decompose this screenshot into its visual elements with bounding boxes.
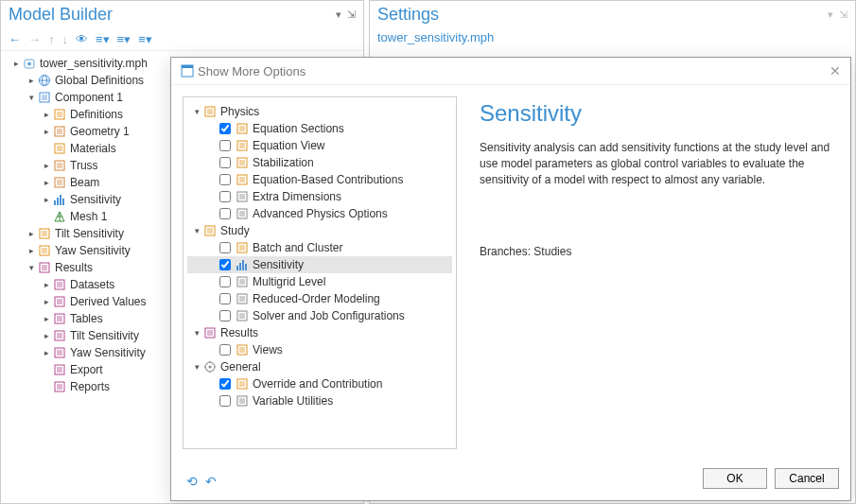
- option-item[interactable]: Solver and Job Configurations: [187, 307, 452, 324]
- twisty-icon[interactable]: ▾: [26, 93, 37, 102]
- pin-icon[interactable]: ⇲: [347, 9, 356, 21]
- options-detail: Sensitivity Sensitivity analysis can add…: [472, 96, 839, 449]
- twisty-icon[interactable]: ▸: [41, 314, 52, 323]
- settings-title-bar: Settings ▾ ⇲: [370, 1, 855, 28]
- back-icon[interactable]: ←: [9, 32, 21, 46]
- down-icon[interactable]: ↓: [62, 32, 69, 46]
- pin-icon[interactable]: ⇲: [839, 9, 847, 21]
- svg-rect-78: [239, 381, 245, 387]
- sens-icon: [52, 192, 67, 207]
- eqsec-icon: [235, 121, 250, 136]
- undo-icon[interactable]: ↶: [205, 474, 217, 489]
- option-item[interactable]: Equation-Based Contributions: [187, 171, 452, 188]
- twisty-icon[interactable]: ▸: [26, 76, 37, 85]
- option-item[interactable]: Batch and Cluster: [187, 239, 452, 256]
- twisty-icon[interactable]: ▾: [191, 328, 202, 338]
- panel-controls: ▾ ⇲: [828, 9, 847, 21]
- option-checkbox[interactable]: [219, 208, 231, 219]
- list-icon[interactable]: ≡▾: [138, 32, 152, 46]
- option-item[interactable]: Override and Contribution: [187, 375, 452, 392]
- option-item[interactable]: Reduced-Order Modeling: [187, 290, 452, 307]
- root-icon: [22, 56, 37, 71]
- svg-rect-22: [42, 231, 47, 236]
- twisty-icon[interactable]: ▾: [26, 263, 37, 272]
- option-group[interactable]: ▾General: [187, 358, 452, 375]
- twisty-icon[interactable]: ▸: [41, 331, 52, 340]
- option-checkbox[interactable]: [219, 293, 231, 304]
- option-item[interactable]: Advanced Physics Options: [187, 205, 452, 222]
- cancel-button[interactable]: Cancel: [775, 468, 839, 489]
- svg-rect-48: [239, 143, 245, 148]
- option-checkbox[interactable]: [219, 259, 231, 270]
- detail-branches: Branches: Studies: [480, 244, 831, 260]
- option-checkbox[interactable]: [219, 242, 231, 253]
- stab-icon: [235, 155, 250, 170]
- option-checkbox[interactable]: [219, 123, 231, 134]
- dropdown-icon[interactable]: ▾: [336, 9, 341, 21]
- tree-item-label: Tilt Sensitivity: [55, 227, 124, 240]
- twisty-icon[interactable]: ▸: [41, 127, 52, 136]
- svg-rect-52: [239, 177, 245, 182]
- option-item[interactable]: Sensitivity: [187, 256, 452, 273]
- reset-icon[interactable]: ⟲: [186, 474, 198, 489]
- option-item[interactable]: Equation Sections: [187, 120, 452, 137]
- option-checkbox[interactable]: [219, 140, 231, 151]
- twisty-icon[interactable]: ▾: [191, 362, 202, 372]
- twisty-icon[interactable]: ▾: [191, 226, 202, 235]
- twisty-icon[interactable]: ▸: [26, 246, 37, 255]
- detail-title: Sensitivity: [480, 100, 831, 127]
- option-checkbox[interactable]: [219, 191, 231, 202]
- option-item[interactable]: Equation View: [187, 137, 452, 154]
- reports-icon: [52, 379, 67, 394]
- option-label: Views: [253, 343, 283, 356]
- expand-icon[interactable]: ≡▾: [117, 32, 131, 46]
- show-icon[interactable]: 👁: [76, 32, 88, 46]
- settings-subtitle: tower_sensitivity.mph: [370, 28, 855, 46]
- forward-icon[interactable]: →: [28, 32, 41, 46]
- twisty-icon[interactable]: ▸: [10, 59, 22, 68]
- tree-item-label: Global Definitions: [55, 74, 144, 87]
- twisty-icon[interactable]: ▾: [191, 107, 202, 116]
- twisty-icon[interactable]: ▸: [41, 178, 52, 187]
- option-item[interactable]: Variable Utilities: [187, 392, 452, 409]
- option-item[interactable]: Views: [187, 341, 452, 358]
- option-checkbox[interactable]: [219, 378, 231, 390]
- svg-rect-16: [57, 180, 62, 185]
- collapse-icon[interactable]: ≡▾: [96, 32, 110, 46]
- option-checkbox[interactable]: [219, 310, 231, 322]
- option-checkbox[interactable]: [219, 276, 231, 287]
- svg-rect-63: [242, 260, 244, 270]
- twisty-icon[interactable]: ▸: [41, 161, 52, 170]
- twisty-icon[interactable]: ▸: [41, 348, 52, 357]
- twisty-icon[interactable]: ▸: [41, 297, 52, 306]
- up-icon[interactable]: ↑: [48, 32, 55, 46]
- tree-item-label: Export: [70, 363, 103, 376]
- option-group[interactable]: ▾Results: [187, 324, 452, 341]
- ok-button[interactable]: OK: [703, 468, 767, 489]
- option-item[interactable]: Multigrid Level: [187, 273, 452, 290]
- tree-item-label: Geometry 1: [70, 125, 130, 138]
- option-group[interactable]: ▾Study: [187, 222, 452, 239]
- option-item[interactable]: Stabilization: [187, 154, 452, 171]
- tree-item-label: Datasets: [70, 278, 114, 291]
- close-icon[interactable]: ✕: [830, 63, 841, 78]
- options-tree[interactable]: ▾PhysicsEquation SectionsEquation ViewSt…: [183, 96, 457, 449]
- option-group[interactable]: ▾Physics: [187, 103, 452, 120]
- option-label: Extra Dimensions: [253, 190, 341, 203]
- twisty-icon[interactable]: ▸: [41, 280, 52, 289]
- twisty-icon[interactable]: ▸: [41, 195, 52, 204]
- dialog-titlebar: Show More Options ✕: [171, 58, 850, 85]
- twisty-icon[interactable]: ▸: [26, 229, 37, 238]
- option-checkbox[interactable]: [219, 344, 231, 356]
- dialog-body: ▾PhysicsEquation SectionsEquation ViewSt…: [171, 85, 850, 461]
- option-checkbox[interactable]: [219, 157, 231, 168]
- option-item[interactable]: Extra Dimensions: [187, 188, 452, 205]
- dialog-footer: ⟲ ↶ OK Cancel: [171, 461, 850, 500]
- svg-rect-60: [239, 245, 245, 251]
- twisty-icon[interactable]: ▸: [41, 110, 52, 119]
- option-checkbox[interactable]: [219, 395, 231, 407]
- dropdown-icon[interactable]: ▾: [828, 9, 833, 21]
- tree-item-label: Mesh 1: [70, 210, 107, 223]
- svg-point-1: [27, 62, 31, 66]
- option-checkbox[interactable]: [219, 174, 231, 185]
